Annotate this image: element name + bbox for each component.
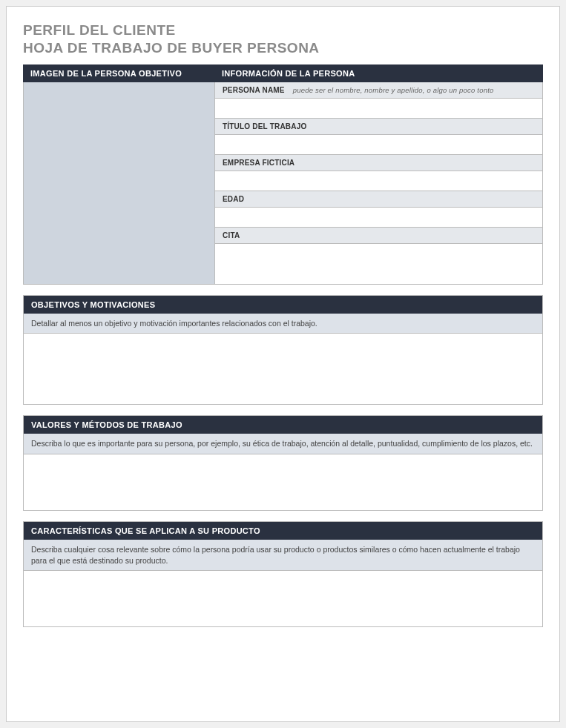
persona-name-label: PERSONA NAME puede ser el nombre, nombre…	[215, 82, 542, 99]
characteristics-input[interactable]	[24, 571, 542, 626]
worksheet-page: PERFIL DEL CLIENTE HOJA DE TRABAJO DE BU…	[6, 6, 560, 722]
values-section: VALORES Y MÉTODOS DE TRABAJO Describa lo…	[23, 415, 543, 511]
info-column: PERSONA NAME puede ser el nombre, nombre…	[215, 82, 542, 284]
characteristics-section: CARACTERÍSTICAS QUE SE APLICAN A SU PROD…	[23, 521, 543, 627]
image-column	[24, 82, 215, 284]
persona-name-hint: puede ser el nombre, nombre y apellido, …	[293, 86, 494, 94]
info-header: INFORMACIÓN DE LA PERSONA	[214, 64, 543, 82]
top-container: PERSONA NAME puede ser el nombre, nombre…	[23, 82, 543, 285]
top-section: IMAGEN DE LA PERSONA OBJETIVO INFORMACIÓ…	[23, 64, 543, 285]
age-label: EDAD	[215, 191, 542, 208]
age-input[interactable]	[215, 208, 542, 227]
objectives-header: OBJETIVOS Y MOTIVACIONES	[24, 296, 542, 314]
top-headers: IMAGEN DE LA PERSONA OBJETIVO INFORMACIÓ…	[23, 64, 543, 82]
persona-name-text: PERSONA NAME	[223, 86, 285, 94]
image-header: IMAGEN DE LA PERSONA OBJETIVO	[23, 64, 214, 82]
title-line-1: PERFIL DEL CLIENTE	[23, 22, 176, 38]
persona-name-input[interactable]	[215, 99, 542, 118]
quote-label: CITA	[215, 227, 542, 244]
objectives-description: Detallar al menos un objetivo y motivaci…	[24, 314, 542, 334]
values-header: VALORES Y MÉTODOS DE TRABAJO	[24, 416, 542, 434]
job-title-label: TÍTULO DEL TRABAJO	[215, 118, 542, 135]
company-input[interactable]	[215, 171, 542, 191]
quote-input[interactable]	[215, 244, 542, 284]
job-title-input[interactable]	[215, 135, 542, 154]
title-line-2: HOJA DE TRABAJO DE BUYER PERSONA	[23, 40, 320, 56]
persona-image-placeholder[interactable]	[24, 82, 215, 284]
values-description: Describa lo que es importante para su pe…	[24, 434, 542, 454]
characteristics-header: CARACTERÍSTICAS QUE SE APLICAN A SU PROD…	[24, 522, 542, 540]
objectives-section: OBJETIVOS Y MOTIVACIONES Detallar al men…	[23, 295, 543, 406]
company-label: EMPRESA FICTICIA	[215, 154, 542, 171]
values-input[interactable]	[24, 454, 542, 510]
objectives-input[interactable]	[24, 334, 542, 404]
page-title: PERFIL DEL CLIENTE HOJA DE TRABAJO DE BU…	[23, 21, 543, 57]
characteristics-description: Describa cualquier cosa relevante sobre …	[24, 540, 542, 571]
